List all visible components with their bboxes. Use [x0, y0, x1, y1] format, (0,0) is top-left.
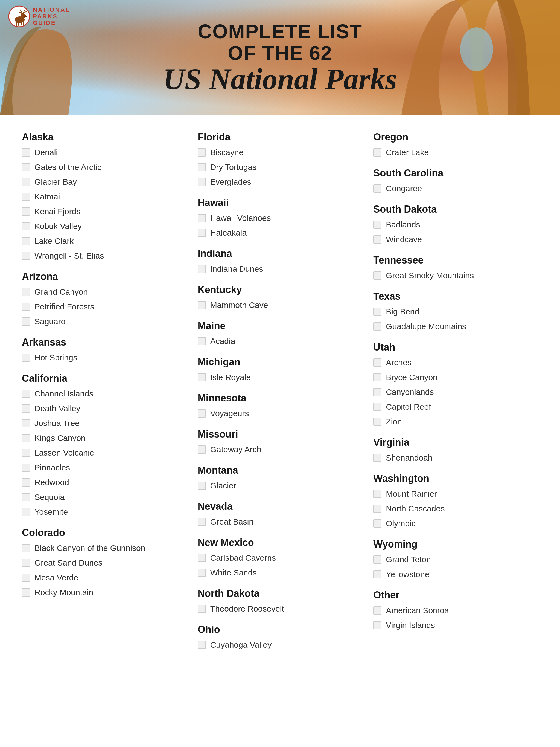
park-checkbox[interactable]: [373, 607, 381, 615]
park-item[interactable]: White Sands: [198, 565, 363, 580]
park-item[interactable]: Bryce Canyon: [373, 370, 538, 385]
park-item[interactable]: Badlands: [373, 217, 538, 232]
park-checkbox[interactable]: [22, 434, 30, 442]
park-item[interactable]: Katmai: [22, 189, 187, 204]
park-checkbox[interactable]: [22, 148, 30, 156]
park-checkbox[interactable]: [22, 354, 30, 362]
park-checkbox[interactable]: [22, 163, 30, 171]
park-item[interactable]: Windcave: [373, 232, 538, 247]
park-item[interactable]: Crater Lake: [373, 145, 538, 160]
park-checkbox[interactable]: [22, 449, 30, 457]
park-item[interactable]: Great Basin: [198, 514, 363, 529]
park-item[interactable]: Channel Islands: [22, 386, 187, 401]
park-checkbox[interactable]: [22, 178, 30, 186]
park-item[interactable]: North Cascades: [373, 501, 538, 516]
park-checkbox[interactable]: [373, 490, 381, 498]
park-checkbox[interactable]: [373, 570, 381, 578]
park-item[interactable]: Biscayne: [198, 145, 363, 160]
park-checkbox[interactable]: [198, 641, 206, 649]
park-checkbox[interactable]: [198, 569, 206, 577]
park-item[interactable]: Acadia: [198, 334, 363, 349]
park-item[interactable]: Yellowstone: [373, 567, 538, 582]
park-item[interactable]: Isle Royale: [198, 370, 363, 385]
park-checkbox[interactable]: [22, 419, 30, 428]
park-checkbox[interactable]: [373, 358, 381, 367]
park-item[interactable]: Great Smoky Mountains: [373, 268, 538, 283]
park-item[interactable]: Congaree: [373, 181, 538, 196]
park-item[interactable]: Yosemite: [22, 505, 187, 519]
park-item[interactable]: Pinnacles: [22, 460, 187, 475]
park-item[interactable]: Grand Teton: [373, 552, 538, 567]
park-item[interactable]: American Somoa: [373, 603, 538, 618]
park-checkbox[interactable]: [198, 229, 206, 237]
park-item[interactable]: Voyageurs: [198, 406, 363, 421]
park-item[interactable]: Rocky Mountain: [22, 585, 187, 600]
park-checkbox[interactable]: [22, 237, 30, 245]
park-item[interactable]: Big Bend: [373, 304, 538, 319]
park-checkbox[interactable]: [22, 390, 30, 398]
park-checkbox[interactable]: [22, 573, 30, 582]
park-item[interactable]: Everglades: [198, 175, 363, 189]
park-checkbox[interactable]: [22, 317, 30, 326]
park-checkbox[interactable]: [198, 301, 206, 309]
park-item[interactable]: Black Canyon of the Gunnison: [22, 541, 187, 556]
park-item[interactable]: Redwood: [22, 475, 187, 490]
park-checkbox[interactable]: [198, 163, 206, 171]
park-checkbox[interactable]: [198, 554, 206, 562]
park-item[interactable]: Carlsbad Caverns: [198, 550, 363, 565]
park-checkbox[interactable]: [22, 493, 30, 501]
park-item[interactable]: Dry Tortugas: [198, 160, 363, 175]
park-checkbox[interactable]: [198, 482, 206, 490]
park-checkbox[interactable]: [373, 403, 381, 411]
park-item[interactable]: Capitol Reef: [373, 400, 538, 414]
park-checkbox[interactable]: [198, 605, 206, 613]
park-item[interactable]: Great Sand Dunes: [22, 556, 187, 570]
park-checkbox[interactable]: [198, 148, 206, 156]
park-item[interactable]: Guadalupe Mountains: [373, 319, 538, 334]
park-item[interactable]: Sequoia: [22, 490, 187, 505]
park-item[interactable]: Kings Canyon: [22, 431, 187, 445]
park-item[interactable]: Haleakala: [198, 226, 363, 240]
park-item[interactable]: Grand Canyon: [22, 285, 187, 299]
park-checkbox[interactable]: [22, 508, 30, 516]
park-checkbox[interactable]: [198, 265, 206, 273]
park-checkbox[interactable]: [373, 221, 381, 229]
park-item[interactable]: Denali: [22, 145, 187, 160]
park-checkbox[interactable]: [22, 222, 30, 230]
park-checkbox[interactable]: [22, 405, 30, 413]
park-item[interactable]: Mammoth Cave: [198, 298, 363, 312]
park-item[interactable]: Petrified Forests: [22, 299, 187, 314]
park-checkbox[interactable]: [22, 192, 30, 201]
park-checkbox[interactable]: [373, 454, 381, 462]
park-checkbox[interactable]: [22, 464, 30, 472]
park-checkbox[interactable]: [22, 588, 30, 596]
park-checkbox[interactable]: [373, 621, 381, 629]
park-checkbox[interactable]: [373, 235, 381, 243]
park-item[interactable]: Canyonlands: [373, 385, 538, 400]
park-checkbox[interactable]: [373, 417, 381, 426]
park-item[interactable]: Theodore Roosevelt: [198, 601, 363, 616]
park-item[interactable]: Joshua Tree: [22, 416, 187, 431]
park-item[interactable]: Virgin Islands: [373, 618, 538, 633]
park-checkbox[interactable]: [198, 178, 206, 186]
park-checkbox[interactable]: [22, 207, 30, 215]
park-checkbox[interactable]: [373, 505, 381, 513]
park-checkbox[interactable]: [22, 478, 30, 487]
park-checkbox[interactable]: [22, 544, 30, 552]
park-checkbox[interactable]: [373, 519, 381, 527]
park-checkbox[interactable]: [22, 559, 30, 567]
park-item[interactable]: Zion: [373, 414, 538, 429]
park-checkbox[interactable]: [373, 148, 381, 156]
park-checkbox[interactable]: [198, 445, 206, 454]
park-item[interactable]: Death Valley: [22, 401, 187, 416]
park-item[interactable]: Glacier: [198, 478, 363, 493]
park-item[interactable]: Mount Rainier: [373, 487, 538, 501]
park-checkbox[interactable]: [373, 184, 381, 192]
park-item[interactable]: Gates of the Arctic: [22, 160, 187, 175]
park-item[interactable]: Indiana Dunes: [198, 262, 363, 276]
park-item[interactable]: Gateway Arch: [198, 442, 363, 457]
park-item[interactable]: Lassen Volcanic: [22, 445, 187, 460]
park-item[interactable]: Saguaro: [22, 314, 187, 329]
park-checkbox[interactable]: [198, 337, 206, 345]
park-checkbox[interactable]: [373, 272, 381, 280]
